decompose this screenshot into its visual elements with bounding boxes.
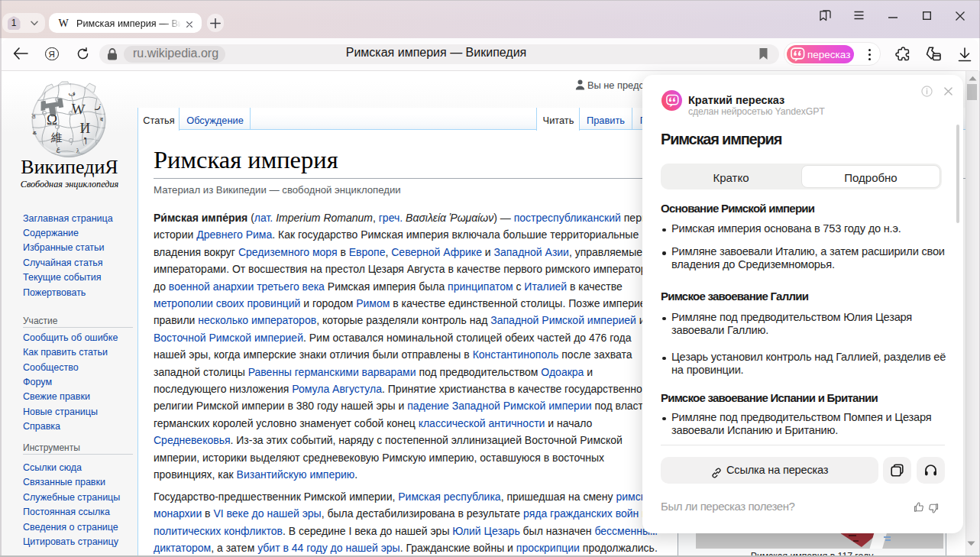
svg-text:Ω: Ω — [47, 112, 57, 128]
svg-text:W: W — [71, 100, 86, 117]
svg-text:維: 維 — [50, 131, 63, 144]
svg-text:ف: ف — [68, 89, 76, 97]
svg-text:ו: ו — [84, 134, 87, 147]
svg-text:λ: λ — [76, 147, 79, 154]
